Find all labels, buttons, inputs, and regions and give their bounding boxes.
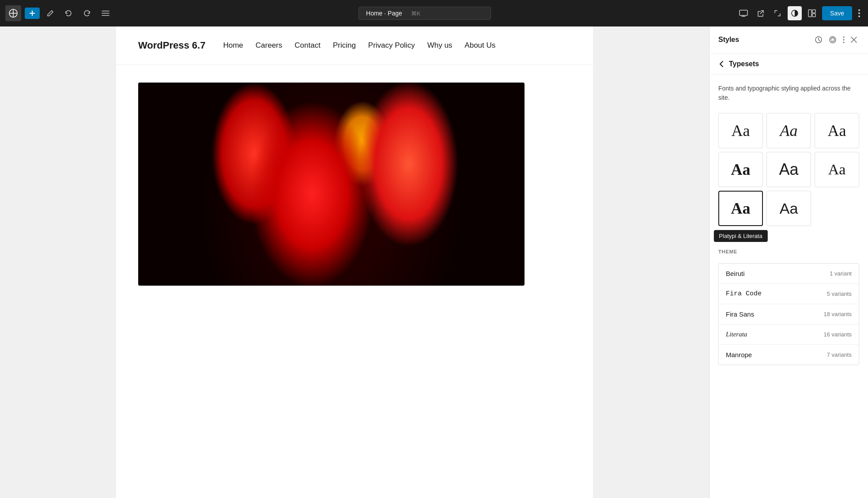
font-variants-fira-code: 5 variants — [827, 290, 852, 297]
nav-about-us[interactable]: About Us — [464, 41, 495, 50]
add-block-button[interactable] — [25, 8, 40, 19]
nav-pricing[interactable]: Pricing — [333, 41, 356, 50]
typeset-cell-4[interactable]: Aa — [718, 152, 763, 187]
panel-sub-header: Typesets — [709, 53, 868, 75]
svg-point-7 — [858, 12, 860, 14]
font-variants-manrope: 7 variants — [827, 351, 852, 358]
nav-careers[interactable]: Careers — [256, 41, 282, 50]
keyboard-shortcut: ⌘K — [411, 10, 421, 17]
contrast-button[interactable] — [788, 6, 802, 20]
typeset-aa-4: Aa — [731, 160, 751, 179]
font-row-manrope[interactable]: Manrope 7 variants — [719, 345, 859, 365]
font-name-fira-code: Fira Code — [726, 290, 762, 298]
font-name-beiruti: Beiruti — [726, 270, 745, 277]
desktop-view-button[interactable] — [736, 7, 751, 19]
layout-button[interactable] — [805, 7, 819, 20]
font-variants-literata: 16 variants — [823, 331, 852, 338]
svg-point-13 — [843, 42, 845, 43]
typeset-aa-5: Aa — [779, 160, 798, 179]
site-content — [116, 65, 593, 303]
main-layout: WordPress 6.7 Home Careers Contact Prici… — [0, 26, 868, 498]
typeset-grid: Aa Aa Aa Aa Aa Aa Aa P — [718, 113, 859, 226]
typeset-aa-8: Aa — [780, 200, 798, 217]
svg-point-8 — [858, 15, 860, 17]
site-nav: Home Careers Contact Pricing Privacy Pol… — [223, 41, 495, 50]
hero-image — [138, 83, 525, 286]
typesets-description: Fonts and typographic styling applied ac… — [718, 84, 859, 102]
edit-tool-button[interactable] — [43, 7, 57, 19]
font-row-fira-sans[interactable]: Fira Sans 18 variants — [719, 304, 859, 324]
typeset-aa-1: Aa — [732, 121, 750, 140]
styles-history-button[interactable] — [826, 34, 839, 46]
typeset-cell-7[interactable]: Aa Platypi & Literata — [718, 191, 763, 226]
typeset-cell-5[interactable]: Aa — [766, 152, 811, 187]
external-link-button[interactable] — [754, 7, 767, 20]
nav-privacy-policy[interactable]: Privacy Policy — [368, 41, 415, 50]
font-list: Beiruti 1 variant Fira Code 5 variants F… — [718, 263, 859, 365]
typeset-aa-3: Aa — [828, 121, 846, 140]
sub-header-title: Typesets — [729, 60, 759, 68]
font-name-fira-sans: Fira Sans — [726, 310, 754, 318]
nav-why-us[interactable]: Why us — [427, 41, 453, 50]
canvas-area: WordPress 6.7 Home Careers Contact Prici… — [0, 26, 709, 498]
panel-header: Styles — [709, 26, 868, 53]
theme-section-label: THEME — [718, 249, 859, 258]
save-button[interactable]: Save — [822, 6, 852, 20]
typeset-aa-2: Aa — [780, 121, 798, 140]
back-button[interactable] — [718, 60, 725, 68]
typeset-cell-6[interactable]: Aa — [815, 152, 859, 187]
svg-rect-4 — [812, 10, 815, 13]
panel-header-icons — [812, 34, 859, 46]
resize-button[interactable] — [771, 7, 784, 20]
svg-point-12 — [843, 39, 845, 41]
redo-button[interactable] — [79, 7, 94, 20]
svg-rect-1 — [740, 10, 747, 15]
styles-view-button[interactable] — [812, 34, 825, 46]
svg-point-11 — [843, 37, 845, 38]
nav-home[interactable]: Home — [223, 41, 243, 50]
svg-rect-3 — [808, 10, 811, 17]
typeset-cell-3[interactable]: Aa — [815, 113, 859, 148]
page-title: Home · Page — [366, 10, 402, 17]
undo-button[interactable] — [61, 7, 76, 20]
hero-image-flower — [138, 83, 525, 286]
site-preview: WordPress 6.7 Home Careers Contact Prici… — [116, 26, 593, 498]
toolbar-right: Save — [736, 6, 863, 20]
address-bar[interactable]: Home · Page ⌘K — [359, 7, 491, 20]
typeset-cell-1[interactable]: Aa — [718, 113, 763, 148]
styles-close-button[interactable] — [849, 34, 859, 45]
typeset-tooltip: Platypi & Literata — [713, 230, 767, 242]
font-name-manrope: Manrope — [726, 351, 752, 358]
site-header: WordPress 6.7 Home Careers Contact Prici… — [116, 26, 593, 65]
site-logo: WordPress 6.7 — [138, 40, 205, 51]
more-options-button[interactable] — [856, 7, 863, 20]
wp-logo[interactable] — [5, 5, 21, 21]
panel-body: Fonts and typographic styling applied ac… — [709, 75, 868, 498]
toolbar-center: Home · Page ⌘K — [117, 7, 733, 20]
font-row-beiruti[interactable]: Beiruti 1 variant — [719, 264, 859, 284]
svg-point-6 — [858, 9, 860, 11]
svg-rect-5 — [812, 14, 815, 17]
nav-contact[interactable]: Contact — [294, 41, 321, 50]
right-panel: Styles Typesets — [709, 26, 868, 498]
toolbar: Home · Page ⌘K Save — [0, 0, 868, 26]
typeset-aa-7: Aa — [731, 199, 751, 218]
font-name-literata: Literata — [726, 331, 747, 338]
font-row-fira-code[interactable]: Fira Code 5 variants — [719, 284, 859, 304]
list-view-button[interactable] — [98, 8, 113, 19]
panel-title: Styles — [718, 36, 739, 44]
font-row-literata[interactable]: Literata 16 variants — [719, 324, 859, 345]
styles-more-button[interactable] — [841, 34, 847, 45]
typeset-aa-6: Aa — [828, 161, 846, 178]
typeset-cell-2[interactable]: Aa — [766, 113, 811, 148]
typeset-cell-8[interactable]: Aa — [766, 191, 811, 226]
font-variants-beiruti: 1 variant — [830, 270, 852, 277]
font-variants-fira-sans: 18 variants — [823, 311, 852, 317]
